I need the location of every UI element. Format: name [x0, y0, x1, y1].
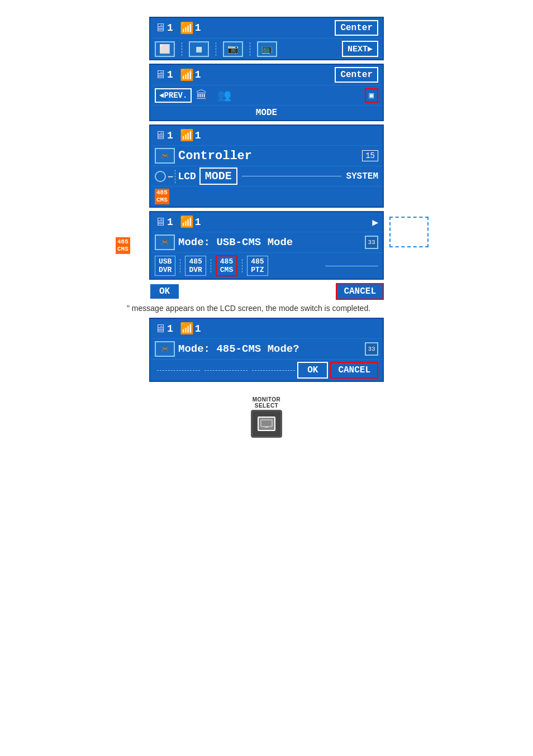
panel2-row1: 🖥 1 📶 1 Center — [150, 65, 383, 85]
signal-icon-2: 📶 — [180, 68, 194, 82]
panel4-mode-options-row: USBDVR 485DVR 485CMS 485PTZ — [150, 253, 383, 279]
monitor-select-button[interactable] — [251, 410, 282, 438]
grid-icon: ▦ — [189, 41, 209, 57]
usb-cms-mode-text: Mode: USB-CMS Mode — [178, 236, 293, 248]
lcd-panel-1: 🖥 1 📶 1 Center ⬜ ▦ 📷 📺 NEXT▶ — [149, 17, 384, 60]
panel3-row1: 🖥 1 📶 1 — [150, 126, 383, 146]
monitor-svg-icon — [260, 419, 273, 428]
lcd-label: LCD — [178, 171, 196, 182]
panel4-row1: 🖥 1 📶 1 ▶ — [150, 212, 383, 232]
prev-button[interactable]: ◄PREV. — [155, 88, 192, 103]
center-button-2[interactable]: Center — [335, 67, 378, 83]
signal-icon: 📶 — [180, 21, 194, 35]
panel1-icons-row: ⬜ ▦ 📷 📺 NEXT▶ — [150, 39, 383, 59]
badge-485-cms-left: 485CMS — [116, 237, 130, 254]
badge-485-cms-inner: 485CMS — [155, 189, 169, 204]
signal-num-2: 1 — [195, 69, 201, 80]
signal-icon-3: 📶 — [180, 128, 194, 142]
panel2-icons-row: ◄PREV. 🏛 👥 ▣ — [150, 85, 383, 106]
persons-icon: 👥 — [217, 89, 231, 102]
dvr-icon: 📺 — [257, 41, 277, 57]
ok-button-main[interactable]: OK — [149, 283, 180, 300]
building-icon: 🏛 — [196, 89, 207, 102]
cancel-button-main[interactable]: CANCEL — [336, 283, 384, 300]
mode-option-485-dvr[interactable]: 485DVR — [185, 256, 206, 276]
camera-icon: 📷 — [223, 41, 243, 57]
monitor-sq-icon: ⬜ — [155, 41, 175, 57]
signal-num-3: 1 — [195, 130, 201, 141]
mode-option-485-ptz[interactable]: 485PTZ — [247, 256, 268, 276]
action-buttons-row: OK CANCEL — [149, 283, 384, 300]
signal-num-4: 1 — [195, 217, 201, 228]
svg-rect-1 — [265, 427, 268, 428]
mode-btn-large[interactable]: MODE — [199, 168, 237, 185]
panel5-row3: OK CANCEL — [150, 360, 383, 381]
panel3-row4: 485CMS — [150, 186, 383, 207]
monitor-num-5: 1 — [167, 323, 173, 334]
monitor-icon-4: 🖥 — [155, 216, 166, 229]
lcd-panel-2: 🖥 1 📶 1 Center ◄PREV. 🏛 👥 ▣ MODE — [149, 64, 384, 121]
next-button[interactable]: NEXT▶ — [342, 41, 378, 57]
panel3-row2: 🎮 Controller 15 — [150, 146, 383, 166]
arrow-right-icon: ▶ — [372, 216, 378, 228]
monitor-icon-5: 🖥 — [155, 322, 166, 336]
panel3-row3: — LCD MODE SYSTEM — [150, 166, 383, 186]
panel4-section: 485CMS 🖥 1 📶 1 ▶ 🎮 Mode: USB-CMS Mode 33… — [149, 211, 384, 280]
controller-icon: 🎮 — [155, 148, 175, 164]
signal-icon-4: 📶 — [180, 215, 194, 229]
monitor-num-4: 1 — [167, 217, 173, 228]
dashed-indicator-box — [389, 217, 429, 247]
cancel-button-panel5[interactable]: CANCEL — [330, 362, 378, 379]
system-label: SYSTEM — [346, 171, 378, 181]
monitor-num-3: 1 — [167, 130, 173, 141]
lcd-panel-4: 🖥 1 📶 1 ▶ 🎮 Mode: USB-CMS Mode 33 USBDVR… — [149, 211, 384, 280]
gear-icon — [155, 171, 166, 182]
confirm-icon-33-2: 33 — [365, 342, 378, 356]
signal-num-1: 1 — [195, 22, 201, 34]
panel1-row1: 🖥 1 📶 1 Center — [150, 18, 383, 39]
monitor-num-1: 1 — [167, 22, 173, 34]
lcd-panel-5: 🖥 1 📶 1 🎮 Mode: 485-CMS Mode? 33 OK CANC… — [149, 318, 384, 382]
controller-icon-2: 🎮 — [155, 235, 175, 250]
monitor-select-label: MONITORSELECT — [253, 396, 281, 409]
mode-option-usb-dvr[interactable]: USBDVR — [155, 256, 175, 276]
signal-icon-5: 📶 — [180, 322, 194, 336]
lcd-panel-3: 🖥 1 📶 1 🎮 Controller 15 — LCD MODE SY — [149, 125, 384, 208]
center-button-1[interactable]: Center — [335, 20, 378, 36]
controller-label: Controller — [178, 149, 252, 163]
mode-485-cms-text: Mode: 485-CMS Mode? — [178, 343, 299, 355]
selected-mode-icon: ▣ — [365, 88, 378, 103]
ok-button-panel5[interactable]: OK — [297, 362, 328, 379]
confirm-icon-33: 33 — [365, 236, 378, 249]
message-container: " message appears on the LCD screen, the… — [127, 303, 406, 313]
monitor-icon-2: 🖥 — [155, 68, 166, 82]
mode-option-485-cms[interactable]: 485CMS — [216, 255, 237, 276]
monitor-select-container: MONITORSELECT — [251, 396, 282, 438]
controller-num-badge: 15 — [362, 150, 378, 161]
panel5-row2: 🎮 Mode: 485-CMS Mode? 33 — [150, 339, 383, 360]
panel5-row1: 🖥 1 📶 1 — [150, 319, 383, 339]
panel4-row2: 🎮 Mode: USB-CMS Mode 33 — [150, 232, 383, 253]
monitor-icon-3: 🖥 — [155, 129, 166, 142]
monitor-num-2: 1 — [167, 69, 173, 80]
svg-rect-0 — [261, 420, 272, 427]
message-text: " message appears on the LCD screen, the… — [127, 304, 370, 313]
monitor-select-icon — [258, 417, 275, 431]
monitor-icon: 🖥 — [155, 21, 166, 35]
signal-num-5: 1 — [195, 323, 201, 334]
controller-icon-3: 🎮 — [155, 341, 175, 357]
mode-label: MODE — [150, 106, 383, 120]
